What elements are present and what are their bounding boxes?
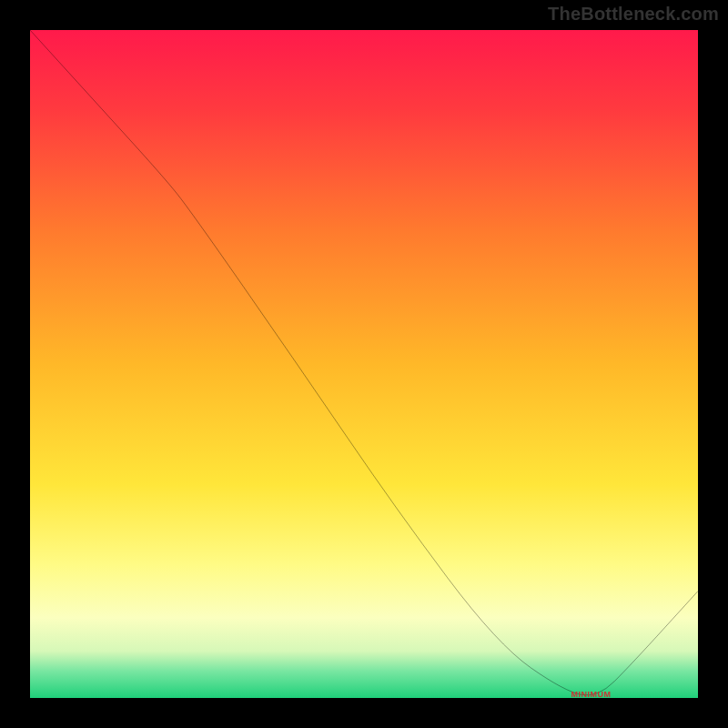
chart-stage: TheBottleneck.com MINIMUM — [0, 0, 728, 728]
watermark-text: TheBottleneck.com — [548, 4, 719, 25]
bottleneck-curve — [30, 30, 698, 698]
minimum-marker-label: MINIMUM — [571, 690, 612, 699]
plot-area: MINIMUM — [27, 27, 701, 701]
